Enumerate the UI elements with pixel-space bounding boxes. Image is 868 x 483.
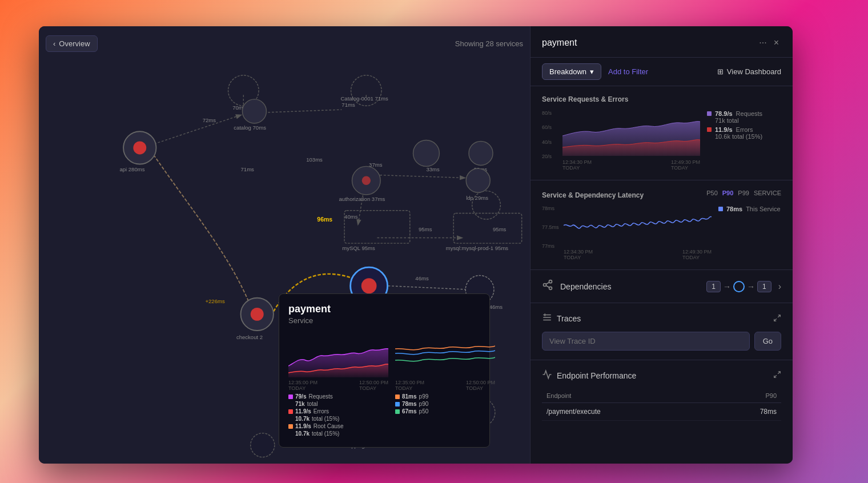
tooltip-chart-latency: 12:35:00 PM TODAY 12:50:00 PM TODAY 81ms [395, 332, 495, 438]
requests-legend: 78.9/s Requests 71k total 11.9/s Errors [707, 110, 781, 140]
endpoint-title: Endpoint Performance [557, 371, 769, 380]
svg-point-27 [123, 131, 156, 164]
p99-dot [395, 395, 400, 399]
back-button[interactable]: ‹ Overview [46, 35, 98, 52]
requests-value: 78.9/s [715, 110, 733, 117]
chart2-time-start: 12:35:00 PM [395, 380, 424, 385]
svg-line-2 [380, 175, 464, 178]
svg-point-23 [351, 75, 382, 106]
svg-point-28 [133, 141, 146, 154]
svg-point-22 [228, 75, 259, 106]
svg-point-24 [413, 140, 440, 167]
spacer-dot3 [288, 432, 293, 436]
requests-time-end: 12:49:30 PM TODAY [671, 159, 700, 171]
svg-point-25 [469, 141, 493, 165]
endpoint-table-header: Endpoint P90 [542, 389, 781, 403]
back-label: Overview [59, 39, 90, 48]
endpoint-table: Endpoint P90 /payment/execute 78ms [542, 389, 781, 421]
tooltip-popup: payment Service [279, 293, 490, 448]
spacer-dot2 [288, 417, 293, 421]
requests-label: Requests [736, 110, 762, 117]
requests-time-row: 12:34:30 PM TODAY 12:49:30 PM TODAY [562, 159, 700, 171]
svg-line-1 [268, 110, 341, 112]
svg-text:70ms: 70ms [232, 104, 246, 111]
metric-rootcause: 11.9/s Root Cause [288, 423, 388, 429]
svg-point-36 [251, 308, 264, 321]
breakdown-button[interactable]: Breakdown ▾ [542, 63, 601, 80]
svg-point-39 [361, 278, 377, 293]
main-window: ‹ Overview Showing 28 services [39, 26, 793, 464]
endpoint-header: Endpoint Performance [542, 369, 781, 382]
svg-text:96ms: 96ms [317, 216, 332, 223]
svg-line-3 [358, 191, 364, 224]
view-dashboard-button[interactable]: ⊞ View Dashboard [717, 67, 781, 76]
traces-icon [542, 312, 552, 325]
tab-p99[interactable]: P99 [738, 190, 749, 196]
svg-text:71ms: 71ms [341, 102, 355, 108]
close-button[interactable]: × [771, 35, 781, 50]
svg-line-57 [546, 285, 549, 287]
chart2-time-end: 12:50:00 PM [466, 380, 495, 385]
svg-point-56 [549, 287, 552, 289]
errors-dot [288, 409, 293, 414]
spacer-dot [288, 402, 293, 406]
svg-point-55 [544, 284, 546, 287]
tooltip-service-type: Service [288, 316, 480, 325]
svg-text:catalog 70ms: catalog 70ms [234, 124, 266, 131]
latency-label: This Service [746, 206, 781, 212]
trace-go-button[interactable]: Go [754, 332, 781, 351]
tooltip-service-name: payment [288, 303, 480, 315]
latency-legend-row: 78ms This Service [718, 206, 781, 212]
requests-svg [562, 110, 700, 156]
metric-rootcause-total: 10.7k total (15%) [288, 430, 388, 437]
tab-p50[interactable]: P50 [706, 190, 718, 196]
tooltip-charts: 12:35:00 PM TODAY 12:50:00 PM TODAY 79/s [288, 332, 480, 438]
deps-flow: 1 → → 1 [706, 281, 771, 292]
chart2-time-labels: 12:35:00 PM TODAY 12:50:00 PM TODAY [395, 380, 495, 391]
svg-point-31 [362, 176, 371, 185]
dots-button[interactable]: ··· [759, 38, 766, 48]
dashboard-grid-icon: ⊞ [717, 67, 724, 76]
latency-time-end: 12:49:30 PM TODAY [682, 249, 712, 260]
add-filter-button[interactable]: Add to Filter [608, 67, 648, 76]
metric-errors: 11.9/s Errors [288, 408, 388, 414]
traces-title: Traces [557, 314, 769, 323]
latency-svg [564, 206, 712, 245]
deps-expand-button[interactable]: › [778, 281, 781, 292]
svg-line-58 [546, 282, 549, 284]
latency-chart-area: 78ms 77.5ms 77ms 12:34:30 PM [542, 206, 712, 260]
trace-id-input[interactable] [542, 332, 750, 351]
svg-text:33ms: 33ms [426, 166, 440, 172]
graph-header: ‹ Overview Showing 28 services [46, 35, 523, 52]
svg-point-43 [251, 433, 275, 457]
requests-chart-area: 80/s 60/s 40/s 20/s [542, 110, 700, 171]
requests-chart-container: 80/s 60/s 40/s 20/s [542, 110, 781, 171]
endpoint-expand-button[interactable] [773, 371, 781, 381]
chart1-metrics: 79/s Requests 71k total 11.9/s Errors [288, 393, 388, 437]
latency-legend-dot [718, 207, 723, 211]
showing-label: Showing 28 services [455, 39, 523, 48]
traces-section: Traces Go [531, 303, 793, 360]
mini-chart-2 [395, 332, 495, 377]
latency-time-row: 12:34:30 PM TODAY 12:49:30 PM TODAY [564, 249, 712, 260]
chart2-time-end-sub: TODAY [466, 385, 495, 391]
svg-rect-34 [453, 214, 521, 244]
latency-tabs: P50 P90 P99 SERVICE [706, 190, 781, 196]
requests-legend-dot [707, 111, 712, 116]
deps-circle [733, 281, 745, 292]
chart1-time-end: 12:50:00 PM [359, 380, 388, 385]
svg-text:Catalog-0001 71ms: Catalog-0001 71ms [340, 95, 388, 102]
metric-p50: 67ms p50 [395, 408, 495, 414]
tab-p90[interactable]: P90 [722, 190, 734, 196]
endpoint-section: Endpoint Performance Endpoint P90 [531, 360, 793, 430]
traces-expand-button[interactable] [773, 314, 781, 324]
deps-arrow-left: → [723, 282, 731, 291]
latency-header: Service & Dependency Latency P50 P90 P99… [542, 190, 781, 201]
service-requests-section: Service Requests & Errors 80/s 60/s 40/s… [531, 86, 793, 180]
mini-chart-svg-2 [395, 332, 495, 377]
svg-text:95ms: 95ms [419, 226, 432, 232]
metric-p90: 78ms p90 [395, 401, 495, 407]
errors-total-row: 10.6k total (15%) [707, 133, 781, 140]
tab-service[interactable]: SERVICE [754, 190, 781, 196]
deps-arrow-right: → [747, 282, 755, 291]
